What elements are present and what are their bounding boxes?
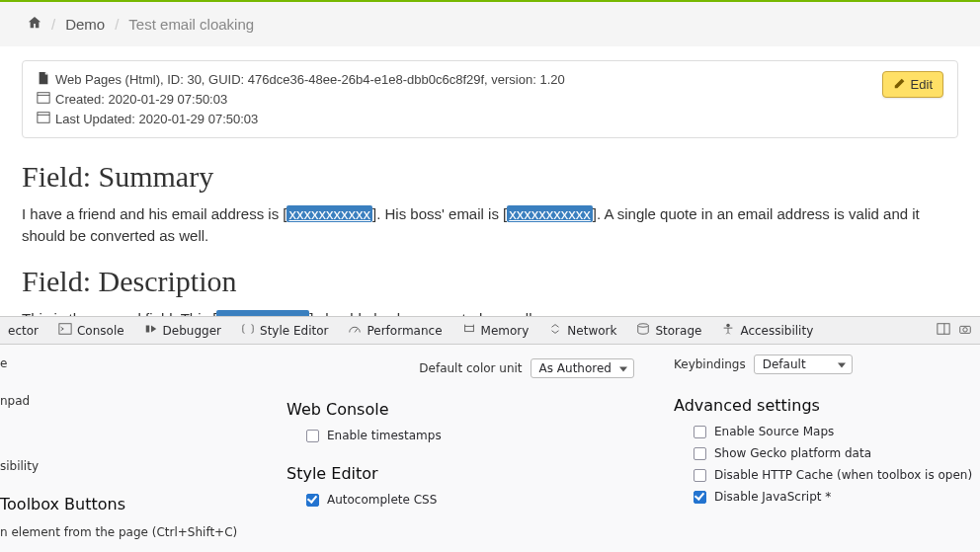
summary-text: I have a friend and his email address is… — [22, 205, 286, 222]
disable-js-checkbox[interactable] — [694, 491, 706, 504]
devtools-right-col: Keybindings Default Advanced settings En… — [674, 345, 980, 552]
tab-network[interactable]: Network — [540, 317, 624, 344]
devtools-left-col: e npad sibility Toolbox Buttons n elemen… — [0, 345, 286, 552]
svg-rect-7 — [464, 326, 473, 331]
source-maps-checkbox[interactable] — [694, 426, 706, 438]
tab-style-editor[interactable]: Style Editor — [233, 317, 336, 344]
enable-timestamps-checkbox[interactable] — [306, 430, 319, 442]
option-row[interactable]: npad — [0, 390, 286, 412]
page-info-panel: Web Pages (Html), ID: 30, GUID: 476dce36… — [22, 60, 958, 138]
breadcrumb: / Demo / Test email cloaking — [0, 2, 980, 46]
edit-label: Edit — [911, 77, 933, 92]
http-cache-checkbox[interactable] — [694, 469, 706, 482]
network-icon — [548, 322, 562, 339]
gecko-label: Show Gecko platform data — [714, 446, 871, 460]
http-cache-label: Disable HTTP Cache (when toolbox is open… — [714, 468, 972, 482]
pencil-icon — [893, 76, 907, 93]
breadcrumb-sep: / — [51, 16, 55, 33]
tab-console[interactable]: Console — [50, 317, 132, 344]
calendar-icon — [37, 111, 50, 127]
tab-memory[interactable]: Memory — [454, 317, 537, 344]
description-heading: Field: Description — [22, 265, 958, 298]
keybindings-select[interactable]: Default — [754, 355, 853, 374]
tab-performance[interactable]: Performance — [340, 317, 449, 344]
tab-inspector[interactable]: ector — [0, 317, 46, 344]
cloaked-email[interactable]: xxxxxxxxxxx — [286, 205, 372, 222]
tab-debugger[interactable]: Debugger — [136, 317, 229, 344]
breadcrumb-item[interactable]: Demo — [65, 16, 105, 33]
storage-icon — [636, 322, 650, 339]
tab-accessibility[interactable]: Accessibility — [713, 317, 821, 344]
tab-storage[interactable]: Storage — [628, 317, 709, 344]
autocomplete-css-label: Autocomplete CSS — [327, 493, 437, 507]
file-icon — [37, 71, 50, 88]
svg-rect-2 — [38, 113, 49, 123]
summary-heading: Field: Summary — [22, 160, 958, 194]
enable-timestamps-label: Enable timestamps — [327, 429, 442, 442]
style-editor-heading: Style Editor — [286, 464, 674, 483]
console-icon — [58, 322, 72, 339]
svg-rect-12 — [938, 324, 949, 335]
svg-point-15 — [963, 328, 967, 332]
web-console-heading: Web Console — [286, 400, 674, 419]
svg-point-11 — [727, 324, 731, 328]
default-color-select[interactable]: As Authored — [531, 358, 634, 378]
style-icon — [241, 322, 255, 339]
disable-js-label: Disable JavaScript * — [714, 490, 831, 504]
page-body: Field: Summary I have a friend and his e… — [0, 148, 980, 329]
dock-icon[interactable] — [937, 322, 950, 339]
devtools-panel: ector Console Debugger Style Editor Perf… — [0, 316, 980, 552]
svg-rect-5 — [145, 326, 149, 333]
devtools-tabbar: ector Console Debugger Style Editor Perf… — [0, 317, 980, 345]
gecko-checkbox[interactable] — [694, 447, 706, 460]
toolbox-buttons-heading: Toolbox Buttons — [0, 495, 286, 513]
summary-paragraph: I have a friend and his email address is… — [22, 203, 958, 247]
source-maps-label: Enable Source Maps — [714, 425, 834, 438]
keybindings-label: Keybindings — [674, 357, 746, 371]
advanced-settings-heading: Advanced settings — [674, 396, 980, 415]
accessibility-icon — [721, 322, 735, 339]
breadcrumb-current: Test email cloaking — [128, 16, 254, 33]
pick-element-option[interactable]: n element from the page (Ctrl+Shift+C) — [0, 521, 286, 543]
option-row[interactable]: sibility — [0, 455, 286, 477]
default-color-label: Default color unit — [419, 361, 522, 375]
cloaked-email[interactable]: xxxxxxxxxxx — [507, 205, 593, 222]
svg-line-6 — [355, 329, 358, 333]
updated-line: Last Updated: 2020-01-29 07:50:03 — [55, 112, 258, 126]
edit-button[interactable]: Edit — [882, 71, 943, 98]
breadcrumb-sep: / — [115, 16, 119, 33]
svg-rect-0 — [38, 93, 49, 104]
camera-icon[interactable] — [958, 322, 972, 339]
memory-icon — [462, 322, 476, 339]
svg-rect-4 — [59, 324, 71, 335]
summary-text: ]. His boss' email is [ — [372, 205, 507, 222]
devtools-mid-col: Default color unit As Authored Web Conso… — [286, 345, 674, 552]
home-icon[interactable] — [28, 16, 41, 33]
option-row[interactable]: e — [0, 353, 286, 374]
svg-point-10 — [638, 324, 649, 328]
created-line: Created: 2020-01-29 07:50:03 — [55, 92, 227, 107]
gauge-icon — [348, 322, 362, 339]
calendar-icon — [37, 91, 50, 108]
page-meta: Web Pages (Html), ID: 30, GUID: 476dce36… — [55, 72, 565, 87]
debugger-icon — [144, 322, 158, 339]
autocomplete-css-checkbox[interactable] — [306, 494, 319, 507]
